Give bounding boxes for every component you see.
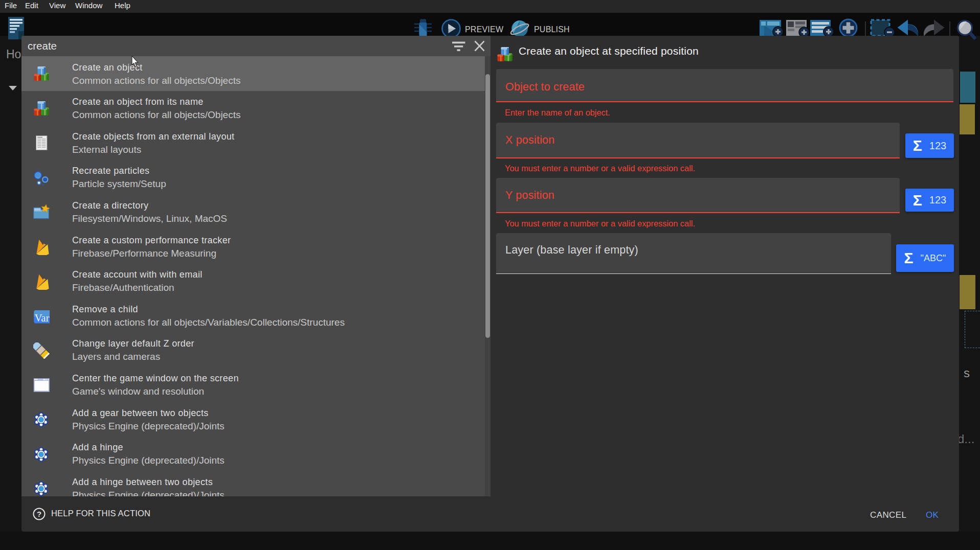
svg-text:Var: Var xyxy=(34,312,49,324)
svg-text:?: ? xyxy=(37,510,41,518)
